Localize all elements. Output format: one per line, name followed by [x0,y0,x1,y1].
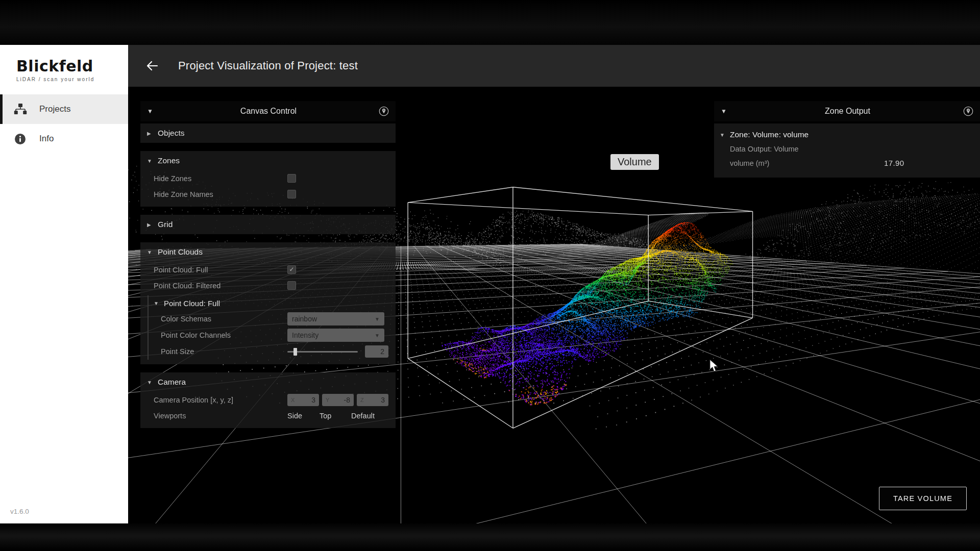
point-color-channels-label: Point Color Channels [161,331,287,339]
select-value: Intensity [292,331,375,339]
pc-filtered-row: Point Cloud: Filtered [140,278,396,293]
subsection-label: Point Cloud: Full [164,299,220,308]
chevron-down-icon: ▼ [720,132,726,138]
collapse-panel-icon[interactable]: ▼ [721,108,732,115]
zone-title-row[interactable]: ▼ Zone: Volume: volume [714,127,980,142]
viewports-row: Viewports Side Top Default [140,408,396,423]
section-label: Zones [158,156,180,165]
point-size-slider[interactable] [287,351,358,353]
hide-zone-names-row: Hide Zone Names [140,186,396,202]
camera-y-input[interactable]: Y -8 [322,394,354,406]
color-schemas-select[interactable]: rainbow ▼ [287,312,384,325]
camera-position-row: Camera Position [x, y, z] X 3 Y -8 Z [140,392,396,408]
chevron-down-icon: ▼ [147,380,153,385]
hide-zones-label: Hide Zones [154,174,287,183]
point-color-channels-select[interactable]: Intensity ▼ [287,329,384,342]
select-value: rainbow [292,315,375,323]
zone-output-body: ▼ Zone: Volume: volume Data Output: Volu… [714,123,980,178]
zone-volume-value: 17.90 [884,159,904,167]
zone-output-panel: ▼ Zone Output ▼ Zo [714,101,980,178]
sidebar-nav: Projects Info [0,94,128,154]
sidebar-item-label: Projects [39,104,70,114]
version-label: v1.6.0 [10,508,29,515]
pc-full-checkbox[interactable]: ✓ [287,265,296,274]
camera-group: ▼ Camera Camera Position [x, y, z] X 3 Y [140,372,396,428]
pc-full-settings: ▼ Point Cloud: Full Color Schemas rainbo… [148,295,396,360]
viewport-side-button[interactable]: Side [287,412,320,420]
chevron-right-icon: ▶ [147,222,153,228]
zones-group: ▼ Zones Hide Zones Hide Zone Names [140,151,396,207]
logo-title: Blickfeld [16,57,128,75]
back-button[interactable] [145,59,159,72]
axis-x-prefix: X [291,397,295,403]
section-label: Objects [158,129,185,138]
canvas-control-header: ▼ Canvas Control [140,101,396,121]
zone-output-header: ▼ Zone Output [714,101,980,121]
bottom-letterbox-bar [0,523,980,551]
sidebar-item-info[interactable]: Info [0,124,128,154]
sidebar: Blickfeld LiDAR / scan your world Projec… [0,45,128,523]
blickfeld-logo: Blickfeld LiDAR / scan your world [0,45,128,82]
zone-title: Zone: Volume: volume [730,130,808,139]
point-color-channels-row: Point Color Channels Intensity ▼ [149,327,396,343]
collapse-panel-icon[interactable]: ▼ [147,108,158,115]
dropdown-arrow-icon: ▼ [375,333,380,338]
header: Project Visualization of Project: test [128,45,980,87]
panel-title: Canvas Control [158,107,379,116]
pin-icon[interactable] [379,106,389,116]
viewport-top-button[interactable]: Top [320,412,351,420]
sidebar-item-projects[interactable]: Projects [0,94,128,124]
app-window: Blickfeld LiDAR / scan your world Projec… [0,0,980,551]
section-grid[interactable]: ▶ Grid [140,215,396,234]
viewport-default-button[interactable]: Default [351,412,375,420]
pc-filtered-label: Point Cloud: Filtered [154,282,287,290]
top-letterbox-bar [0,0,980,45]
chevron-down-icon: ▼ [147,158,153,164]
dropdown-arrow-icon: ▼ [375,316,380,322]
slider-handle[interactable] [293,348,297,356]
pin-icon[interactable] [963,106,973,116]
point-size-row: Point Size 2 [149,343,396,360]
axis-y-prefix: Y [326,397,329,403]
panel-title: Zone Output [732,107,963,116]
point-size-label: Point Size [161,347,287,356]
section-objects[interactable]: ▶ Objects [140,123,396,143]
zone-volume-tag: Volume [610,154,659,170]
canvas-control-panel: ▼ Canvas Control ▶ [140,101,396,428]
point-size-input[interactable]: 2 [365,345,388,358]
pc-filtered-checkbox[interactable] [287,281,296,290]
hide-zone-names-checkbox[interactable] [287,190,296,198]
camera-z-input[interactable]: Z 3 [357,394,388,406]
logo-tagline: LiDAR / scan your world [16,77,128,82]
section-label: Grid [158,220,173,229]
zone-volume-metric-label: volume (m³) [730,159,884,167]
color-schemas-row: Color Schemas rainbow ▼ [149,311,396,327]
page-title: Project Visualization of Project: test [178,59,358,72]
section-point-clouds[interactable]: ▼ Point Clouds [140,242,396,262]
chevron-down-icon: ▼ [154,300,160,306]
pc-full-settings-header[interactable]: ▼ Point Cloud: Full [149,295,396,311]
chevron-down-icon: ▼ [147,249,153,255]
tare-volume-button[interactable]: TARE VOLUME [879,487,967,510]
chevron-right-icon: ▶ [147,131,153,136]
section-camera[interactable]: ▼ Camera [140,372,396,392]
viewport-3d[interactable]: Volume ▼ Canvas Control [128,87,980,523]
main-area: Project Visualization of Project: test V… [128,45,980,523]
section-zones[interactable]: ▼ Zones [140,151,396,170]
zone-volume-row: volume (m³) 17.90 [714,156,980,170]
pc-full-label: Point Cloud: Full [154,266,287,274]
sidebar-item-label: Info [39,134,54,144]
camera-x-input[interactable]: X 3 [287,394,319,406]
grid-group: ▶ Grid [140,215,396,234]
axis-z-prefix: Z [360,397,364,403]
color-schemas-label: Color Schemas [161,315,287,323]
info-icon [13,132,27,146]
zone-data-output: Data Output: Volume [714,142,980,156]
point-clouds-group: ▼ Point Clouds Point Cloud: Full ✓ Point… [140,242,396,364]
mouse-cursor-icon [709,359,719,373]
back-arrow-icon [145,59,159,72]
viewports-label: Viewports [154,412,287,420]
pc-full-row: Point Cloud: Full ✓ [140,262,396,278]
hide-zones-checkbox[interactable] [287,174,296,183]
app-body: Blickfeld LiDAR / scan your world Projec… [0,45,980,523]
